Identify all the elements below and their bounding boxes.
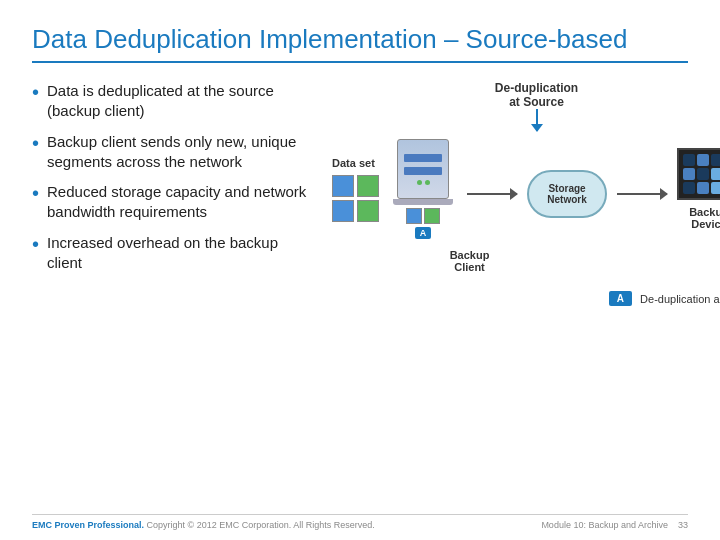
sc-3 — [711, 154, 720, 166]
dedup-blocks — [406, 208, 440, 224]
dataset-column: Data set — [332, 157, 379, 222]
bullet-dot-1: • — [32, 82, 39, 102]
bullet-dot-3: • — [32, 183, 39, 203]
slide: Data Deduplication Implementation – Sour… — [0, 0, 720, 540]
bullet-dot-2: • — [32, 133, 39, 153]
data-block-4 — [357, 200, 379, 222]
data-block-2 — [357, 175, 379, 197]
bullet-item-4: • Increased overhead on the backup clien… — [32, 233, 312, 274]
sc-6 — [697, 168, 709, 180]
server-column: A — [389, 139, 457, 239]
bullet-item-2: • Backup client sends only new, unique s… — [32, 132, 312, 173]
server-stripe-2 — [404, 167, 442, 175]
footer-right: Module 10: Backup and Archive 33 — [541, 520, 688, 530]
sc-11 — [711, 182, 720, 194]
server-icon — [393, 139, 453, 205]
footer-page: 33 — [678, 520, 688, 530]
dedup-header: De-duplication at Source — [332, 81, 720, 131]
emc-text: EMC Proven Professional. — [32, 520, 144, 530]
agent-tag-server: A — [415, 227, 432, 239]
footer: EMC Proven Professional. Copyright © 201… — [32, 514, 688, 530]
sc-5 — [683, 168, 695, 180]
diagram-area: De-duplication at Source Data set — [332, 81, 720, 524]
storage-device: Backup Device — [677, 148, 720, 230]
arrow-right-icon — [467, 193, 517, 195]
sc-9 — [683, 182, 695, 194]
server-light-2 — [425, 180, 430, 185]
bullet-text-1: Data is deduplicated at the source (back… — [47, 81, 312, 122]
sc-7 — [711, 168, 720, 180]
sc-1 — [683, 154, 695, 166]
diagram-wrapper: De-duplication at Source Data set — [332, 81, 720, 306]
bullet-text-3: Reduced storage capacity and network ban… — [47, 182, 312, 223]
bullet-text-4: Increased overhead on the backup client — [47, 233, 312, 274]
data-block-3 — [332, 200, 354, 222]
storage-network-label: Storage Network — [547, 183, 586, 205]
labels-row: Backup Client — [332, 245, 720, 273]
dedup-block-1 — [406, 208, 422, 224]
server-base — [393, 199, 453, 205]
arrow-right-icon-2 — [617, 193, 667, 195]
content-area: • Data is deduplicated at the source (ba… — [32, 81, 688, 524]
sc-2 — [697, 154, 709, 166]
bullet-item-1: • Data is deduplicated at the source (ba… — [32, 81, 312, 122]
bullet-dot-4: • — [32, 234, 39, 254]
footer-left: EMC Proven Professional. Copyright © 201… — [32, 520, 375, 530]
dedup-block-2 — [424, 208, 440, 224]
server-stripe-1 — [404, 154, 442, 162]
legend-agent-box: A — [609, 291, 632, 306]
backup-device-label: Backup Device — [689, 206, 720, 230]
server-body — [397, 139, 449, 199]
footer-copyright: Copyright © 2012 EMC Corporation. All Ri… — [147, 520, 375, 530]
bullet-list: • Data is deduplicated at the source (ba… — [32, 81, 312, 524]
backup-client-label: Backup Client — [440, 249, 500, 273]
down-arrow-icon — [536, 109, 538, 131]
storage-grid — [677, 148, 720, 200]
footer-module: Module 10: Backup and Archive — [541, 520, 668, 530]
sc-10 — [697, 182, 709, 194]
legend-agent-description: De-duplication agent — [640, 293, 720, 305]
dedup-label: De-duplication at Source — [332, 81, 720, 109]
server-lights — [417, 180, 430, 185]
diagram-row: Data set — [332, 139, 720, 239]
bullet-text-2: Backup client sends only new, unique seg… — [47, 132, 312, 173]
slide-title: Data Deduplication Implementation – Sour… — [32, 24, 688, 63]
storage-network-cloud: Storage Network — [527, 170, 607, 218]
legend-row: A De-duplication agent — [332, 291, 720, 306]
bullet-item-3: • Reduced storage capacity and network b… — [32, 182, 312, 223]
data-blocks — [332, 175, 379, 222]
dataset-label: Data set — [332, 157, 375, 169]
data-block-1 — [332, 175, 354, 197]
server-light-1 — [417, 180, 422, 185]
